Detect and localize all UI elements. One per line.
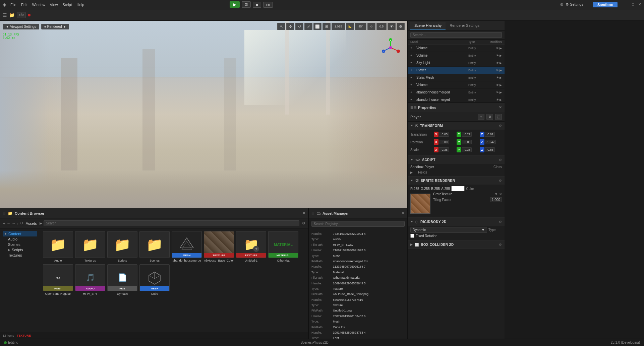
asset-textures-folder[interactable]: 📁 Textures — [75, 231, 105, 262]
asset-font[interactable]: Aa FONT OpenSans-Regular — [43, 264, 73, 295]
asset-scenes-folder[interactable]: 📁 Scenes — [139, 231, 170, 262]
sh-eye-icon-3[interactable]: 👁 — [496, 69, 499, 72]
box-collider-header[interactable]: ▶ ⬜ BOX COLLIDER 2D ⚙ — [408, 240, 505, 249]
tiling-value[interactable]: 1.000 — [490, 197, 502, 202]
sh-arrow-icon-0[interactable]: ▶ — [500, 47, 502, 50]
translation-z-field[interactable]: Z 0.02 — [480, 132, 502, 137]
sprite-gear-icon[interactable]: ⚙ — [499, 179, 502, 183]
asset-scripts-folder[interactable]: 📁 Scripts — [107, 231, 137, 262]
asset-audio-folder[interactable]: 📁 Audio — [43, 231, 73, 262]
screen-button[interactable]: ⊡ — [242, 1, 251, 8]
tree-item-scenes[interactable]: Scenes — [3, 242, 37, 247]
rigidbody-header[interactable]: ▼ ⬡ RIGIDBODY 2D ⚙ — [408, 218, 505, 226]
tab-renderer-settings[interactable]: Renderer Settings — [446, 22, 483, 29]
tree-item-content[interactable]: ▼ Content — [3, 231, 37, 236]
sh-arrow-icon-7[interactable]: ▶ — [500, 98, 502, 101]
type-dropdown[interactable]: Dynamic ▼ — [410, 227, 487, 233]
color-swatch[interactable] — [451, 186, 465, 191]
menu-help[interactable]: Help — [77, 3, 84, 7]
type-dropdown-val[interactable]: Dynamic ▼ — [410, 227, 487, 233]
asset-mesh-abandon[interactable]: MESH abandonhousemerge — [172, 231, 202, 262]
sh-eye-icon-2[interactable]: 👁 — [496, 61, 499, 65]
sprite-renderer-header[interactable]: ▼ 🖼 SPRITE RENDERER ⚙ — [408, 177, 505, 185]
sh-arrow-icon-6[interactable]: ▶ — [500, 91, 502, 94]
script-gear-icon[interactable]: ⚙ — [499, 158, 502, 162]
am-close-btn[interactable]: ✕ — [402, 211, 405, 215]
select-tool[interactable]: ↖ — [277, 23, 285, 30]
sh-arrow-icon-1[interactable]: ▶ — [500, 54, 502, 57]
rotation-x-field[interactable]: X 0.00 — [434, 139, 456, 145]
sh-arrow-icon-2[interactable]: ▶ — [500, 61, 502, 65]
sh-eye-icon-5[interactable]: 👁 — [496, 83, 499, 87]
sh-eye-icon-6[interactable]: 👁 — [496, 91, 499, 94]
sh-row-2[interactable]: ⌖ Sky Light Entity 👁 ▶ — [408, 59, 505, 67]
maximize-button[interactable]: □ — [632, 2, 634, 7]
asset-dymatic[interactable]: 📄 FILE Dymatic — [107, 264, 137, 295]
script-header[interactable]: ▼ </> SCRIPT ⚙ — [408, 156, 505, 164]
sh-row-1[interactable]: ⌖ Volume Entity 👁 ▶ — [408, 52, 505, 59]
angle-field[interactable]: 📐 — [346, 23, 354, 30]
sh-eye-icon-1[interactable]: 👁 — [496, 54, 499, 57]
box-collider-gear-icon[interactable]: ⚙ — [499, 243, 502, 247]
fixed-rotation-checkbox[interactable] — [410, 234, 414, 238]
sh-row-7[interactable]: ⌖ abandonhousemerged Entity 👁 ▶ — [408, 96, 505, 102]
menu-script[interactable]: Script — [62, 3, 72, 7]
transform-header[interactable]: ▼ ⇱ TRANSFORM ⚙ — [408, 122, 505, 130]
scale-z-field[interactable]: Z 0.85 — [480, 147, 502, 152]
asset-untitled1[interactable]: 📁 + TEXTURE Untitled-1 — [236, 231, 266, 262]
cb-forward-btn[interactable]: → — [12, 221, 15, 225]
rigidbody-gear-icon[interactable]: ⚙ — [499, 220, 502, 224]
settings-button[interactable]: ⚙ Settings — [566, 2, 583, 7]
tree-item-scripts[interactable]: ▶ Scripts — [3, 247, 37, 253]
grid-toggle[interactable]: ⊞ — [323, 23, 331, 30]
scale-y-field[interactable]: Y 0.38 — [457, 147, 479, 152]
menu-edit[interactable]: Edit — [21, 3, 27, 7]
cb-up-btn[interactable]: ↑ — [17, 221, 19, 225]
menu-window[interactable]: Window — [32, 3, 45, 7]
sh-eye-icon-0[interactable]: 👁 — [496, 47, 499, 50]
sandbox-badge[interactable]: Sandbox — [593, 2, 618, 7]
minimize-button[interactable]: — — [624, 2, 628, 7]
viewport-render-mode-btn[interactable]: ● Rendered ▼ — [41, 24, 69, 29]
translation-x-field[interactable]: X 0.05 — [434, 132, 456, 137]
sh-search-input[interactable] — [410, 32, 502, 38]
menu-view[interactable]: View — [50, 3, 58, 7]
asset-othermat[interactable]: MATERIAL MATERIAL OtherMat — [268, 231, 298, 262]
grid-size-field[interactable]: 1.015 — [332, 23, 345, 30]
rotation-y-field[interactable]: Y 0.00 — [457, 139, 479, 145]
viewport[interactable]: ▼ Viewport Settings ● Rendered ▼ ↖ ✛ ↺ ⤢… — [0, 21, 407, 208]
sh-arrow-icon-4[interactable]: ▶ — [500, 76, 502, 79]
tree-item-audio[interactable]: Audio — [3, 236, 37, 242]
play-button[interactable]: ▶ — [230, 1, 240, 8]
sprite-texture-thumbnail[interactable] — [410, 194, 430, 214]
sh-row-4[interactable]: ⌖ Static Mesh Entity 👁 ▶ — [408, 74, 505, 81]
prop-paste-btn[interactable]: ⬚ — [495, 114, 502, 120]
translation-y-field[interactable]: Y 0.27 — [457, 132, 479, 137]
sh-arrow-icon-5[interactable]: ▶ — [500, 83, 502, 87]
cb-search-input[interactable] — [44, 220, 299, 226]
menu-file[interactable]: File — [10, 3, 16, 7]
tab-scene-hierarchy[interactable]: Scene Hierarchy — [410, 22, 446, 29]
stop-button[interactable]: ■ — [253, 2, 261, 8]
viewport-settings-gear[interactable]: ⚙ — [397, 23, 405, 30]
bounds-tool[interactable]: ⬜ — [313, 23, 321, 30]
rotation-z-field[interactable]: Z -13.47 — [480, 139, 502, 145]
sh-row-3[interactable]: ⌖ Player Entity 👁 ▶ — [408, 67, 505, 74]
texture-dropdown-icon[interactable]: ▼ — [494, 192, 498, 196]
asset-cube-mesh[interactable]: MESH Cube MESH Cube — [139, 264, 170, 295]
translate-tool[interactable]: ✛ — [286, 23, 294, 30]
prop-close-btn[interactable]: ✕ — [499, 105, 502, 110]
tree-item-textures[interactable]: Textures — [3, 253, 37, 258]
rotate-tool[interactable]: ↺ — [295, 23, 303, 30]
sh-eye-icon-4[interactable]: 👁 — [496, 76, 499, 79]
prop-add-component-btn[interactable]: + — [478, 114, 484, 120]
am-search-input[interactable] — [311, 221, 405, 227]
asset-audio[interactable]: 🎵 AUDIO HFW_SPT — [75, 264, 105, 295]
cb-close-btn[interactable]: ✕ — [302, 211, 305, 215]
texture-clear-icon[interactable]: ✕ — [499, 192, 502, 196]
cb-settings-btn[interactable]: ⚙ — [302, 221, 305, 225]
viewport-settings-btn[interactable]: ▼ Viewport Settings — [3, 24, 39, 29]
prop-copy-btn[interactable]: ⧉ — [486, 114, 493, 120]
sh-row-6[interactable]: ⌖ abandonhousemerged Entity 👁 ▶ — [408, 89, 505, 96]
sh-eye-icon-7[interactable]: 👁 — [496, 98, 499, 101]
